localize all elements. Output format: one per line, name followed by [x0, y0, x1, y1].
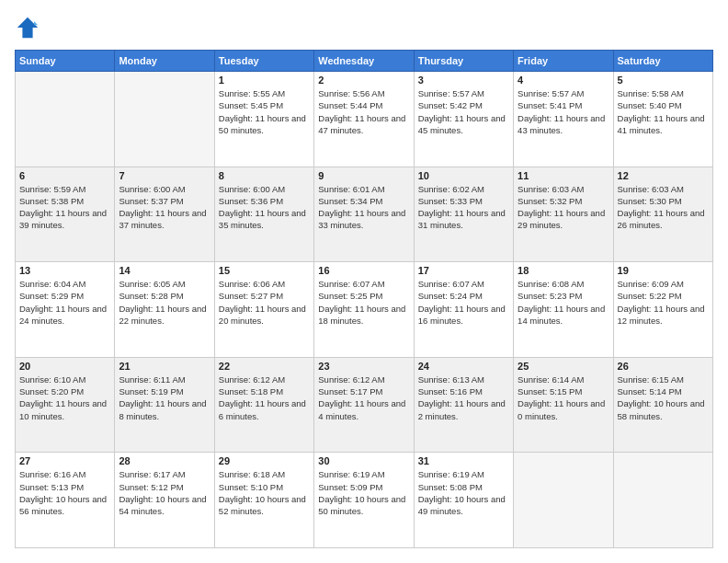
cell-info: Sunrise: 6:07 AMSunset: 5:24 PMDaylight:…	[418, 278, 509, 327]
cell-day-number: 14	[119, 265, 210, 276]
day-header-wednesday: Wednesday	[314, 51, 414, 72]
calendar-week-2: 6Sunrise: 5:59 AMSunset: 5:38 PMDaylight…	[16, 167, 713, 262]
calendar-cell	[16, 72, 115, 167]
cell-day-number: 17	[418, 265, 509, 276]
calendar-cell: 6Sunrise: 5:59 AMSunset: 5:38 PMDaylight…	[16, 167, 115, 262]
calendar-cell: 20Sunrise: 6:10 AMSunset: 5:20 PMDayligh…	[16, 357, 115, 453]
day-header-friday: Friday	[514, 51, 613, 72]
cell-day-number: 3	[418, 75, 509, 86]
cell-info: Sunrise: 5:57 AMSunset: 5:42 PMDaylight:…	[418, 87, 509, 136]
page: SundayMondayTuesdayWednesdayThursdayFrid…	[0, 0, 728, 563]
calendar-cell: 24Sunrise: 6:13 AMSunset: 5:16 PMDayligh…	[414, 357, 513, 453]
cell-info: Sunrise: 6:15 AMSunset: 5:14 PMDaylight:…	[618, 373, 709, 422]
cell-day-number: 21	[119, 361, 210, 372]
calendar-cell: 8Sunrise: 6:00 AMSunset: 5:36 PMDaylight…	[214, 167, 313, 262]
cell-day-number: 26	[618, 361, 709, 372]
cell-day-number: 9	[318, 170, 409, 181]
cell-info: Sunrise: 6:03 AMSunset: 5:30 PMDaylight:…	[618, 183, 709, 232]
calendar-cell: 22Sunrise: 6:12 AMSunset: 5:18 PMDayligh…	[214, 357, 313, 453]
cell-day-number: 11	[518, 170, 609, 181]
calendar-cell: 5Sunrise: 5:58 AMSunset: 5:40 PMDaylight…	[613, 72, 712, 167]
cell-info: Sunrise: 6:08 AMSunset: 5:23 PMDaylight:…	[518, 278, 609, 327]
cell-day-number: 7	[119, 170, 210, 181]
calendar-cell: 14Sunrise: 6:05 AMSunset: 5:28 PMDayligh…	[115, 262, 214, 358]
calendar-week-3: 13Sunrise: 6:04 AMSunset: 5:29 PMDayligh…	[16, 262, 713, 358]
cell-day-number: 2	[318, 75, 409, 86]
cell-day-number: 10	[418, 170, 509, 181]
cell-info: Sunrise: 6:17 AMSunset: 5:12 PMDaylight:…	[119, 468, 210, 517]
cell-day-number: 19	[618, 265, 709, 276]
cell-info: Sunrise: 6:01 AMSunset: 5:34 PMDaylight:…	[318, 183, 409, 232]
cell-info: Sunrise: 6:02 AMSunset: 5:33 PMDaylight:…	[418, 183, 509, 232]
cell-info: Sunrise: 5:59 AMSunset: 5:38 PMDaylight:…	[19, 183, 110, 232]
calendar-cell: 29Sunrise: 6:18 AMSunset: 5:10 PMDayligh…	[214, 453, 313, 548]
calendar-cell: 26Sunrise: 6:15 AMSunset: 5:14 PMDayligh…	[613, 357, 712, 453]
calendar-cell: 11Sunrise: 6:03 AMSunset: 5:32 PMDayligh…	[514, 167, 613, 262]
calendar-cell: 7Sunrise: 6:00 AMSunset: 5:37 PMDaylight…	[115, 167, 214, 262]
day-header-tuesday: Tuesday	[214, 51, 313, 72]
cell-day-number: 1	[219, 75, 310, 86]
calendar-cell: 30Sunrise: 6:19 AMSunset: 5:09 PMDayligh…	[314, 453, 414, 548]
cell-day-number: 22	[219, 361, 310, 372]
calendar-cell	[514, 453, 613, 548]
cell-day-number: 29	[219, 455, 310, 466]
logo	[15, 15, 44, 40]
cell-day-number: 23	[318, 361, 409, 372]
cell-info: Sunrise: 6:03 AMSunset: 5:32 PMDaylight:…	[518, 183, 609, 232]
cell-info: Sunrise: 6:19 AMSunset: 5:08 PMDaylight:…	[418, 468, 509, 517]
cell-info: Sunrise: 6:04 AMSunset: 5:29 PMDaylight:…	[19, 278, 110, 327]
calendar-cell: 23Sunrise: 6:12 AMSunset: 5:17 PMDayligh…	[314, 357, 414, 453]
cell-day-number: 5	[618, 75, 709, 86]
cell-info: Sunrise: 6:09 AMSunset: 5:22 PMDaylight:…	[618, 278, 709, 327]
calendar-cell: 31Sunrise: 6:19 AMSunset: 5:08 PMDayligh…	[414, 453, 513, 548]
day-header-thursday: Thursday	[414, 51, 513, 72]
cell-info: Sunrise: 6:05 AMSunset: 5:28 PMDaylight:…	[119, 278, 210, 327]
calendar-cell: 25Sunrise: 6:14 AMSunset: 5:15 PMDayligh…	[514, 357, 613, 453]
cell-info: Sunrise: 5:56 AMSunset: 5:44 PMDaylight:…	[318, 87, 409, 136]
calendar-cell	[115, 72, 214, 167]
calendar-week-1: 1Sunrise: 5:55 AMSunset: 5:45 PMDaylight…	[16, 72, 713, 167]
calendar-cell: 4Sunrise: 5:57 AMSunset: 5:41 PMDaylight…	[514, 72, 613, 167]
cell-info: Sunrise: 5:55 AMSunset: 5:45 PMDaylight:…	[219, 87, 310, 136]
cell-day-number: 24	[418, 361, 509, 372]
calendar-cell: 13Sunrise: 6:04 AMSunset: 5:29 PMDayligh…	[16, 262, 115, 358]
cell-day-number: 12	[618, 170, 709, 181]
cell-day-number: 16	[318, 265, 409, 276]
cell-info: Sunrise: 6:00 AMSunset: 5:37 PMDaylight:…	[119, 183, 210, 232]
calendar-cell: 17Sunrise: 6:07 AMSunset: 5:24 PMDayligh…	[414, 262, 513, 358]
calendar: SundayMondayTuesdayWednesdayThursdayFrid…	[15, 50, 713, 548]
calendar-cell: 2Sunrise: 5:56 AMSunset: 5:44 PMDaylight…	[314, 72, 414, 167]
cell-day-number: 25	[518, 361, 609, 372]
day-header-monday: Monday	[115, 51, 214, 72]
cell-info: Sunrise: 6:13 AMSunset: 5:16 PMDaylight:…	[418, 373, 509, 422]
calendar-cell: 19Sunrise: 6:09 AMSunset: 5:22 PMDayligh…	[613, 262, 712, 358]
cell-day-number: 4	[518, 75, 609, 86]
cell-info: Sunrise: 6:06 AMSunset: 5:27 PMDaylight:…	[219, 278, 310, 327]
cell-day-number: 8	[219, 170, 310, 181]
cell-info: Sunrise: 6:16 AMSunset: 5:13 PMDaylight:…	[19, 468, 110, 517]
calendar-cell: 28Sunrise: 6:17 AMSunset: 5:12 PMDayligh…	[115, 453, 214, 548]
calendar-cell: 10Sunrise: 6:02 AMSunset: 5:33 PMDayligh…	[414, 167, 513, 262]
calendar-cell: 21Sunrise: 6:11 AMSunset: 5:19 PMDayligh…	[115, 357, 214, 453]
calendar-cell: 9Sunrise: 6:01 AMSunset: 5:34 PMDaylight…	[314, 167, 414, 262]
calendar-cell	[613, 453, 712, 548]
cell-info: Sunrise: 6:10 AMSunset: 5:20 PMDaylight:…	[19, 373, 110, 422]
calendar-cell: 1Sunrise: 5:55 AMSunset: 5:45 PMDaylight…	[214, 72, 313, 167]
cell-info: Sunrise: 6:00 AMSunset: 5:36 PMDaylight:…	[219, 183, 310, 232]
day-header-saturday: Saturday	[613, 51, 712, 72]
calendar-week-5: 27Sunrise: 6:16 AMSunset: 5:13 PMDayligh…	[16, 453, 713, 548]
cell-day-number: 31	[418, 455, 509, 466]
calendar-cell: 16Sunrise: 6:07 AMSunset: 5:25 PMDayligh…	[314, 262, 414, 358]
cell-info: Sunrise: 6:18 AMSunset: 5:10 PMDaylight:…	[219, 468, 310, 517]
cell-day-number: 27	[19, 455, 110, 466]
cell-info: Sunrise: 5:58 AMSunset: 5:40 PMDaylight:…	[618, 87, 709, 136]
cell-day-number: 6	[19, 170, 110, 181]
cell-info: Sunrise: 6:07 AMSunset: 5:25 PMDaylight:…	[318, 278, 409, 327]
calendar-cell: 18Sunrise: 6:08 AMSunset: 5:23 PMDayligh…	[514, 262, 613, 358]
calendar-week-4: 20Sunrise: 6:10 AMSunset: 5:20 PMDayligh…	[16, 357, 713, 453]
cell-day-number: 13	[19, 265, 110, 276]
logo-icon	[15, 15, 40, 40]
cell-info: Sunrise: 6:19 AMSunset: 5:09 PMDaylight:…	[318, 468, 409, 517]
cell-info: Sunrise: 6:12 AMSunset: 5:17 PMDaylight:…	[318, 373, 409, 422]
calendar-cell: 15Sunrise: 6:06 AMSunset: 5:27 PMDayligh…	[214, 262, 313, 358]
